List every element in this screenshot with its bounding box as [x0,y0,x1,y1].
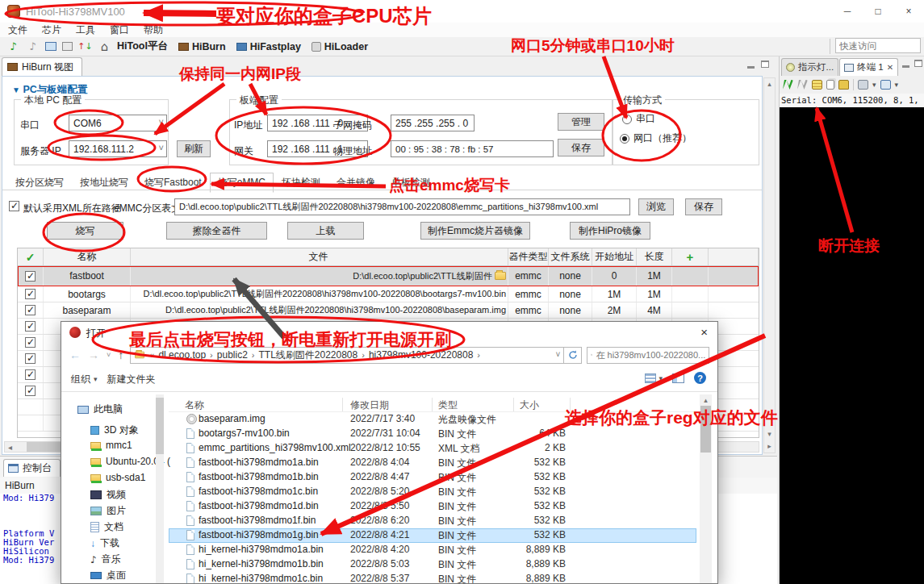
tab-hiburn-view[interactable]: HiBurn 视图 [2,57,82,76]
home-icon[interactable]: ⌂ [98,40,111,53]
col-date-modified[interactable]: 修改日期 [350,398,389,412]
menu-file[interactable]: 文件 [8,23,27,37]
tree-scrollbar[interactable] [156,394,164,584]
file-row[interactable]: fastboot-hi3798mdmo1b.bin2022/8/8 4:47BI… [169,470,696,485]
make-emmc-image-button[interactable]: 制作Emmc烧片器镜像 [420,222,530,240]
editor-maximize-icon[interactable] [761,60,769,68]
col-filesystem[interactable]: 文件系统 [549,248,592,265]
vertical-scrollbar[interactable]: ▴ ▾ ▸ [763,77,776,453]
file-row[interactable]: baseparam.img2022/7/17 3:40光盘映像文件 [169,412,696,427]
xml-path-checkbox[interactable] [9,201,19,211]
lock-icon[interactable] [838,80,849,90]
menu-chip[interactable]: 芯片 [42,23,61,37]
file-row[interactable]: fastboot-hi3798mdmo1a.bin2022/8/8 4:04BI… [169,456,696,470]
tree-item-music[interactable]: ♪音乐 [90,553,121,566]
col-type[interactable]: 类型 [438,398,458,412]
help-icon[interactable]: ? [694,372,706,384]
add-partition-icon[interactable]: + [687,250,694,264]
file-row[interactable]: fastboot-hi3798mdmo1d.bin2022/8/8 5:50BI… [169,499,696,514]
col-device-type[interactable]: 器件类型 [508,248,549,265]
minimize-button[interactable]: ─ [832,0,863,23]
preview-pane-icon[interactable] [672,373,684,383]
menu-tools[interactable]: 工具 [76,23,95,37]
mac-input[interactable]: 00 : 95 : 38 : 78 : fb : 57 [391,140,554,157]
transfer-arrows-icon[interactable]: ↑↓ [78,40,92,53]
file-row[interactable]: emmc_partitions_hi3798mv100.xml2022/8/12… [169,441,696,456]
breadcrumb-item[interactable]: public2 [217,349,248,361]
file-row[interactable]: fastboot-hi3798mdmo1f.bin2022/8/8 6:20BI… [169,514,696,528]
refresh-button[interactable]: 刷新 [177,140,211,157]
menu-help[interactable]: 帮助 [144,23,163,37]
file-row[interactable]: hi_kernel-hi3798mdmo1a.bin2022/8/8 4:20B… [169,543,696,557]
tree-item-desktop[interactable]: 桌面 [90,569,126,582]
menu-window[interactable]: 窗口 [110,23,129,37]
panel-maximize-icon[interactable] [914,60,922,67]
col-file[interactable]: 文件 [131,248,508,265]
tree-item-documents[interactable]: 文档 [90,520,123,534]
toolbar-link-hitool[interactable]: HiTool平台 [117,40,168,53]
tab-terminal-1[interactable]: 终端 1 ✕ [839,58,898,76]
manage-button[interactable]: 管理 [558,113,604,131]
table-row-bootargs[interactable]: bootargs D:\dl.ecoo.top\public2\TTL线刷固件2… [18,286,759,302]
terminal-clear-icon[interactable] [812,80,822,90]
breadcrumb-item[interactable]: dl.ecoo.top [158,349,206,361]
history-chevron-icon[interactable]: ˅ [107,351,111,359]
window-icon[interactable] [62,42,73,51]
row-checkbox[interactable] [25,337,36,348]
erase-all-button[interactable]: 擦除全器件 [166,222,267,240]
disconnect-icon[interactable]: ♪ [26,40,40,53]
breadcrumb[interactable]: « dl.ecoo.top› public2› TTL线刷固件20220808›… [130,347,564,364]
row-checkbox[interactable] [25,369,36,380]
radio-network[interactable]: 网口（推荐） [620,131,692,145]
close-button[interactable]: × [893,0,924,23]
col-name[interactable]: 名称 [44,248,131,265]
check-all-icon[interactable]: ✓ [26,251,36,264]
tree-item-3d-objects[interactable]: 3D 对象 [90,423,139,437]
table-row-fastboot[interactable]: fastboot D:\dl.ecoo.top\public2\TTL线刷固件 … [18,266,759,286]
file-row[interactable]: fastboot-hi3798mdmo1c.bin2022/8/8 5:20BI… [169,485,696,499]
partition-table-path-input[interactable]: D:\dl.ecoo.top\public2\TTL线刷固件20220808\h… [174,198,630,215]
col-start-addr[interactable]: 开始地址 [592,248,637,265]
server-ip-combo[interactable]: 192.168.111.2 [69,140,167,157]
tree-item-videos[interactable]: 视频 [90,488,126,502]
row-checkbox[interactable] [25,305,36,315]
toolbar-link-hiloader[interactable]: HiLoader [311,41,368,52]
tree-item-usb-sda1[interactable]: usb-sda1 [90,472,145,483]
file-row[interactable]: hi_kernel-hi3798mdmo1c.bin2022/8/8 5:37B… [169,572,696,584]
terminal-disconnect-icon[interactable] [797,80,808,90]
editor-minimize-icon[interactable] [747,66,755,69]
file-row[interactable]: hi_kernel-hi3798mdmo1b.bin2022/8/8 5:03B… [169,557,696,572]
tree-item-mmc1[interactable]: mmc1 [90,440,132,451]
radio-serial[interactable]: 串口 [622,112,655,126]
view-mode-icon[interactable] [645,373,656,383]
new-folder-button[interactable]: 新建文件夹 [107,373,156,386]
col-length[interactable]: 长度 [637,248,672,265]
file-browse-icon[interactable] [495,272,506,280]
organize-button[interactable]: 组织▾ [71,373,98,386]
tree-item-downloads[interactable]: ↓下载 [90,536,119,550]
panel-minimize-icon[interactable] [902,65,909,68]
row-checkbox[interactable] [25,289,36,299]
scroll-left-icon[interactable]: ◂ [5,443,15,452]
quick-access-input[interactable] [835,38,921,53]
scrollbar-thumb[interactable] [700,406,711,453]
close-tab-icon[interactable]: ✕ [887,63,893,72]
dialog-close-icon[interactable]: × [700,325,708,339]
row-checkbox[interactable] [25,386,36,396]
browse-button[interactable]: 浏览 [638,198,674,215]
burn-button[interactable]: 烧写 [47,222,123,240]
tab-console[interactable]: 控制台 [3,459,61,477]
maximize-button[interactable]: □ [863,0,893,23]
make-hipro-image-button[interactable]: 制作HiPro镜像 [570,222,650,240]
tab-indicator-leds[interactable]: 指示灯... [781,58,838,76]
file-row-selected[interactable]: fastboot-hi3798mdmo1g.bin2022/8/8 4:21BI… [169,528,696,543]
chevron-down-icon[interactable]: ▾ [659,374,663,382]
monitor-icon[interactable] [45,42,56,51]
scroll-corner-icon[interactable]: ▸ [764,442,775,450]
serial-port-combo[interactable]: COM6 [69,115,167,131]
board-save-button[interactable]: 保存 [558,139,604,156]
refresh-icon[interactable] [564,347,582,364]
breadcrumb-item[interactable]: TTL线刷固件20220808 [258,348,357,362]
connect-icon[interactable]: ♪ [6,40,20,53]
scroll-up-icon[interactable]: ▴ [764,78,775,88]
